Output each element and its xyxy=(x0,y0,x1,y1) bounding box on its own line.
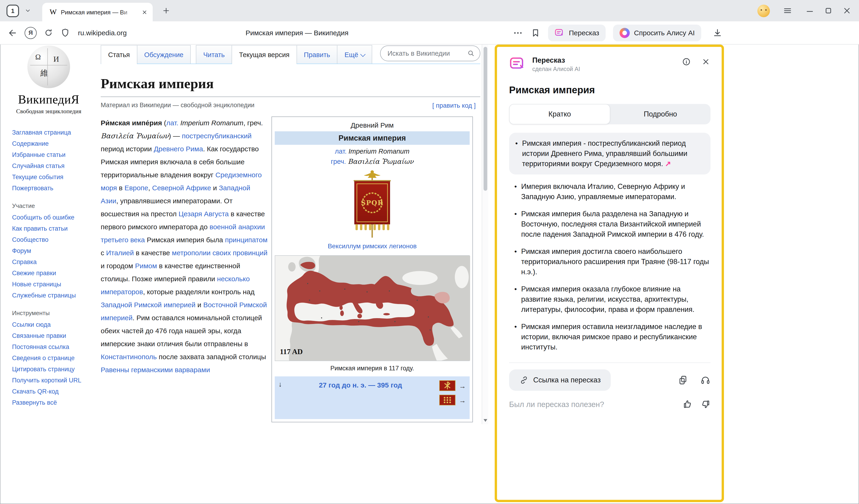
back-icon[interactable] xyxy=(7,28,18,38)
search-icon[interactable] xyxy=(467,49,475,57)
sidebar-link[interactable]: Цитировать страницу xyxy=(12,364,84,375)
timeline-down-arrow[interactable]: ↓ xyxy=(278,380,282,388)
tab-detailed[interactable]: Подробно xyxy=(610,104,710,124)
sidebar-link[interactable]: Форум xyxy=(12,245,84,257)
wiki-inline-link[interactable]: принципатом xyxy=(225,236,268,244)
sidebar-link[interactable]: Справка xyxy=(12,257,84,268)
retell-link-button[interactable]: Ссылка на пересказ xyxy=(509,369,611,391)
sidebar-link[interactable]: Текущие события xyxy=(12,172,84,183)
browser-window: 1 W Римская империя — Ви xyxy=(0,0,859,504)
reload-icon[interactable] xyxy=(44,28,54,37)
sidebar-link[interactable]: Получить короткий URL xyxy=(12,375,84,386)
sidebar-link[interactable]: Связанные правки xyxy=(12,331,84,341)
wiki-inline-link[interactable]: Европе xyxy=(125,184,148,192)
bullet-marker: • xyxy=(510,246,521,277)
wiki-inline-link[interactable]: Римом xyxy=(135,262,157,270)
successor-flag-row[interactable]: → xyxy=(439,380,466,391)
sidebar-link[interactable]: Скачать QR-код xyxy=(12,386,84,397)
window-maximize-button[interactable] xyxy=(824,6,833,15)
edit-code-link[interactable]: [ править код ] xyxy=(432,102,476,109)
download-icon[interactable] xyxy=(712,28,723,38)
thumbs-up-icon[interactable] xyxy=(683,399,693,409)
tab-talk[interactable]: Обсуждение xyxy=(137,45,191,64)
sidebar-link[interactable]: Сообщество xyxy=(12,234,84,245)
protect-shield-icon[interactable] xyxy=(60,28,70,37)
tab-edit[interactable]: Править xyxy=(297,45,337,64)
vexillum-image[interactable]: SPQR xyxy=(275,170,470,240)
scrollbar-thumb[interactable] xyxy=(483,47,487,191)
tab-brief[interactable]: Кратко xyxy=(509,104,610,124)
yandex-search-icon[interactable]: Я xyxy=(25,27,37,39)
thumbs-down-icon[interactable] xyxy=(700,399,710,409)
window-close-button[interactable] xyxy=(842,6,852,15)
sidebar-link[interactable]: Постоянная ссылка xyxy=(12,341,84,353)
sidebar-link[interactable]: Новые страницы xyxy=(12,279,84,290)
page-scrollbar[interactable] xyxy=(482,45,488,424)
browser-menu-icon[interactable] xyxy=(783,6,792,15)
info-icon[interactable] xyxy=(682,57,691,66)
sidebar-link[interactable]: Избранные статьи xyxy=(12,150,84,161)
tab-close-icon[interactable] xyxy=(141,9,148,16)
sidebar-link[interactable]: Развернуть всё xyxy=(12,397,84,408)
tab-more[interactable]: Ещё xyxy=(337,45,372,64)
window-minimize-button[interactable] xyxy=(805,6,814,15)
summary-bullet: •Империя включала Италию, Северную Африк… xyxy=(509,181,710,202)
wiki-inline-link[interactable]: Западной Римской империей xyxy=(101,301,195,309)
sidebar-link[interactable]: Сообщить об ошибке xyxy=(12,212,84,223)
close-icon[interactable] xyxy=(701,57,710,66)
wiki-inline-link[interactable]: лат. xyxy=(166,119,178,127)
wiki-inline-link[interactable]: Древнего Рима xyxy=(154,145,203,153)
retell-made-by: сделан Алисой AI xyxy=(532,66,580,72)
sidebar-link[interactable]: Заглавная страница xyxy=(12,127,84,138)
bullet-text: Римская империя была разделена на Западн… xyxy=(521,209,710,240)
more-actions-icon[interactable] xyxy=(513,28,523,38)
lead-text: , xyxy=(148,184,152,192)
wiki-search-input[interactable] xyxy=(380,45,480,61)
retell-divider xyxy=(509,363,710,363)
summary-bullet: •Римская империя достигла своего наиболь… xyxy=(509,246,710,277)
greek-label-link[interactable]: греч. xyxy=(331,158,346,165)
tab-current-version[interactable]: Текущая версия xyxy=(231,45,297,64)
wiki-inline-link[interactable]: Северной Афри­ке xyxy=(152,184,211,192)
lead-text: после захвата западной столицы xyxy=(157,353,266,361)
sidebar-link[interactable]: Сведения о странице xyxy=(12,353,84,364)
bookmark-flag-icon[interactable] xyxy=(530,28,541,38)
sidebar-link[interactable]: Содержание xyxy=(12,138,84,150)
wikipedia-globe-logo[interactable]: ΩИ維 xyxy=(27,45,70,88)
wiki-inline-link[interactable]: метрополии своих провинций xyxy=(172,249,268,257)
ask-alice-button[interactable]: Спросить Алису AI xyxy=(613,24,701,41)
sidebar-link[interactable]: Свежие правки xyxy=(12,268,84,279)
new-tab-button[interactable] xyxy=(162,6,170,15)
tab-article[interactable]: Статья xyxy=(101,45,137,64)
wiki-inline-link[interactable]: Цезаря Августа xyxy=(179,210,229,218)
timeline-era-link[interactable]: 27 год до н. э. — 395 год xyxy=(282,381,439,389)
sidebar-link[interactable]: Случайная статья xyxy=(12,161,84,172)
tab-group-badge[interactable]: 1 xyxy=(6,4,19,17)
copy-icon[interactable] xyxy=(678,375,688,385)
wiki-inline-link[interactable]: германскими варварами xyxy=(131,366,210,373)
wiki-inline-link[interactable]: Равенны xyxy=(101,366,129,373)
wiki-inline-link[interactable]: Италией xyxy=(106,249,134,257)
url-text[interactable]: ru.wikipedia.org xyxy=(78,29,127,37)
listen-headphones-icon[interactable] xyxy=(700,375,710,385)
empire-map-image[interactable]: 117 AD xyxy=(275,255,470,361)
scrollbar-down-arrow[interactable] xyxy=(484,419,487,422)
summary-bullet: •Римская империя оказала глубокое влияни… xyxy=(509,284,710,315)
wiki-inline-link[interactable]: Константинополь xyxy=(101,353,157,361)
bullet-marker: • xyxy=(510,284,521,315)
sidebar-link[interactable]: Пожертвовать xyxy=(12,183,84,194)
successor-flag-row[interactable]: → xyxy=(439,395,466,406)
latin-label-link[interactable]: лат. xyxy=(335,148,347,155)
sidebar-link[interactable]: Ссылки сюда xyxy=(12,319,84,331)
sidebar-link[interactable]: Служебные страницы xyxy=(12,290,84,301)
sidebar-link[interactable]: Как править статьи xyxy=(12,223,84,234)
tab-group-chevron-icon[interactable] xyxy=(25,7,31,14)
sidebar-nav-tools: Ссылки сюдаСвязанные правкиПостоянная сс… xyxy=(12,319,84,408)
source-link-arrow[interactable]: ↗ xyxy=(663,159,671,168)
retell-toolbar-button[interactable]: Пересказ xyxy=(548,24,606,41)
profile-avatar[interactable] xyxy=(757,4,770,17)
browser-tab-active[interactable]: W Римская империя — Ви xyxy=(42,3,153,21)
vexillum-caption-link[interactable]: Вексиллум римских легионов xyxy=(275,242,470,250)
tab-read[interactable]: Читать xyxy=(196,45,232,64)
wiki-inline-link[interactable]: постреспубликанский xyxy=(182,132,252,140)
